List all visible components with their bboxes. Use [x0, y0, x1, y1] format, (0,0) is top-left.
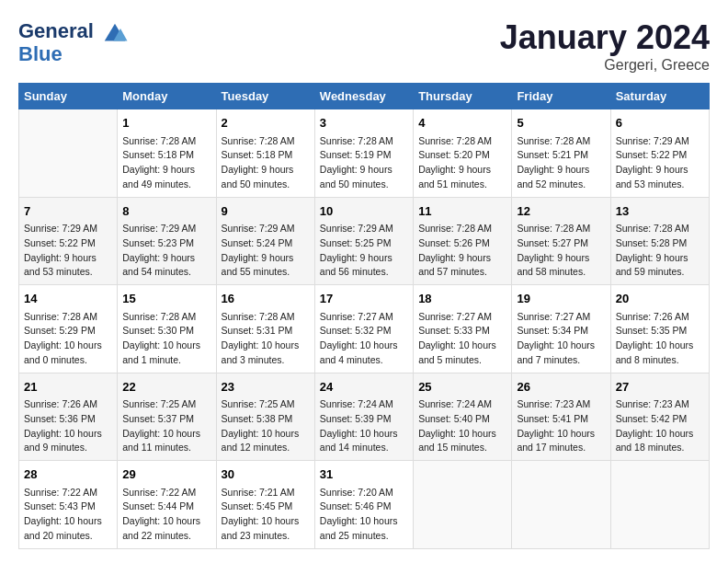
calendar-cell: 16Sunrise: 7:28 AM Sunset: 5:31 PM Dayli…: [216, 285, 314, 373]
calendar-cell: 31Sunrise: 7:20 AM Sunset: 5:46 PM Dayli…: [314, 461, 413, 549]
day-content: Sunrise: 7:22 AM Sunset: 5:43 PM Dayligh…: [24, 486, 112, 544]
day-content: Sunrise: 7:29 AM Sunset: 5:23 PM Dayligh…: [122, 222, 210, 280]
day-number: 8: [122, 202, 210, 221]
day-number: 1: [122, 114, 210, 132]
day-content: Sunrise: 7:29 AM Sunset: 5:25 PM Dayligh…: [320, 222, 408, 280]
day-number: 13: [616, 202, 704, 221]
calendar-cell: 14Sunrise: 7:28 AM Sunset: 5:29 PM Dayli…: [19, 285, 118, 373]
calendar-cell: 30Sunrise: 7:21 AM Sunset: 5:45 PM Dayli…: [216, 461, 314, 549]
header-row: SundayMondayTuesdayWednesdayThursdayFrid…: [19, 84, 710, 109]
calendar-cell: 17Sunrise: 7:27 AM Sunset: 5:32 PM Dayli…: [314, 285, 413, 373]
day-number: 23: [222, 378, 310, 396]
calendar-table: SundayMondayTuesdayWednesdayThursdayFrid…: [18, 83, 710, 549]
day-number: 5: [517, 114, 605, 132]
col-header-thursday: Thursday: [414, 84, 512, 109]
calendar-cell: 23Sunrise: 7:25 AM Sunset: 5:38 PM Dayli…: [216, 373, 314, 461]
day-content: Sunrise: 7:20 AM Sunset: 5:46 PM Dayligh…: [320, 486, 408, 544]
calendar-cell: [610, 461, 709, 549]
calendar-cell: 12Sunrise: 7:28 AM Sunset: 5:27 PM Dayli…: [512, 197, 610, 285]
day-number: 25: [418, 378, 506, 396]
calendar-cell: [19, 109, 118, 198]
day-content: Sunrise: 7:27 AM Sunset: 5:32 PM Dayligh…: [320, 310, 408, 368]
calendar-cell: 8Sunrise: 7:29 AM Sunset: 5:23 PM Daylig…: [118, 197, 216, 285]
day-content: Sunrise: 7:28 AM Sunset: 5:20 PM Dayligh…: [418, 134, 506, 192]
calendar-cell: 24Sunrise: 7:24 AM Sunset: 5:39 PM Dayli…: [314, 373, 413, 461]
day-content: Sunrise: 7:21 AM Sunset: 5:45 PM Dayligh…: [222, 486, 310, 544]
day-number: 29: [122, 465, 210, 484]
calendar-cell: 6Sunrise: 7:29 AM Sunset: 5:22 PM Daylig…: [610, 109, 709, 198]
col-header-sunday: Sunday: [19, 84, 118, 109]
day-content: Sunrise: 7:24 AM Sunset: 5:40 PM Dayligh…: [418, 397, 506, 455]
day-number: 17: [320, 290, 408, 308]
calendar-cell: 7Sunrise: 7:29 AM Sunset: 5:22 PM Daylig…: [19, 197, 118, 285]
calendar-cell: 19Sunrise: 7:27 AM Sunset: 5:34 PM Dayli…: [512, 285, 610, 373]
calendar-cell: 29Sunrise: 7:22 AM Sunset: 5:44 PM Dayli…: [118, 461, 216, 549]
calendar-header: SundayMondayTuesdayWednesdayThursdayFrid…: [19, 84, 710, 109]
week-row-2: 7Sunrise: 7:29 AM Sunset: 5:22 PM Daylig…: [19, 197, 710, 285]
day-number: 30: [222, 465, 310, 484]
day-number: 18: [418, 290, 506, 308]
calendar-cell: 2Sunrise: 7:28 AM Sunset: 5:18 PM Daylig…: [216, 109, 314, 198]
calendar-cell: 11Sunrise: 7:28 AM Sunset: 5:26 PM Dayli…: [414, 197, 512, 285]
day-content: Sunrise: 7:23 AM Sunset: 5:41 PM Dayligh…: [517, 397, 605, 455]
calendar-cell: 4Sunrise: 7:28 AM Sunset: 5:20 PM Daylig…: [414, 109, 512, 198]
day-number: 14: [24, 290, 112, 308]
day-number: 7: [24, 202, 112, 221]
day-content: Sunrise: 7:28 AM Sunset: 5:19 PM Dayligh…: [320, 134, 408, 192]
day-content: Sunrise: 7:23 AM Sunset: 5:42 PM Dayligh…: [616, 397, 704, 455]
main-title: January 2024: [500, 18, 710, 57]
calendar-body: 1Sunrise: 7:28 AM Sunset: 5:18 PM Daylig…: [19, 109, 710, 549]
day-content: Sunrise: 7:27 AM Sunset: 5:33 PM Dayligh…: [418, 310, 506, 368]
day-number: 11: [418, 202, 506, 221]
day-number: 2: [222, 114, 310, 132]
calendar-cell: [414, 461, 512, 549]
day-content: Sunrise: 7:26 AM Sunset: 5:35 PM Dayligh…: [616, 310, 704, 368]
day-number: 19: [517, 290, 605, 308]
day-number: 9: [222, 202, 310, 221]
day-number: 20: [616, 290, 704, 308]
day-number: 16: [222, 290, 310, 308]
col-header-wednesday: Wednesday: [314, 84, 413, 109]
day-content: Sunrise: 7:25 AM Sunset: 5:38 PM Dayligh…: [222, 397, 310, 455]
calendar-cell: 10Sunrise: 7:29 AM Sunset: 5:25 PM Dayli…: [314, 197, 413, 285]
calendar-cell: 1Sunrise: 7:28 AM Sunset: 5:18 PM Daylig…: [118, 109, 216, 198]
calendar-cell: [512, 461, 610, 549]
day-content: Sunrise: 7:27 AM Sunset: 5:34 PM Dayligh…: [517, 310, 605, 368]
subtitle: Gergeri, Greece: [500, 57, 710, 74]
day-number: 22: [122, 378, 210, 396]
calendar-cell: 22Sunrise: 7:25 AM Sunset: 5:37 PM Dayli…: [118, 373, 216, 461]
day-content: Sunrise: 7:28 AM Sunset: 5:30 PM Dayligh…: [122, 310, 210, 368]
day-number: 31: [320, 465, 408, 484]
day-number: 15: [122, 290, 210, 308]
week-row-5: 28Sunrise: 7:22 AM Sunset: 5:43 PM Dayli…: [19, 461, 710, 549]
logo-icon: [101, 18, 129, 46]
day-content: Sunrise: 7:28 AM Sunset: 5:31 PM Dayligh…: [222, 310, 310, 368]
week-row-1: 1Sunrise: 7:28 AM Sunset: 5:18 PM Daylig…: [19, 109, 710, 198]
day-content: Sunrise: 7:28 AM Sunset: 5:18 PM Dayligh…: [122, 134, 210, 192]
col-header-saturday: Saturday: [610, 84, 709, 109]
day-content: Sunrise: 7:24 AM Sunset: 5:39 PM Dayligh…: [320, 397, 408, 455]
calendar-cell: 13Sunrise: 7:28 AM Sunset: 5:28 PM Dayli…: [610, 197, 709, 285]
calendar-cell: 20Sunrise: 7:26 AM Sunset: 5:35 PM Dayli…: [610, 285, 709, 373]
week-row-4: 21Sunrise: 7:26 AM Sunset: 5:36 PM Dayli…: [19, 373, 710, 461]
calendar-cell: 3Sunrise: 7:28 AM Sunset: 5:19 PM Daylig…: [314, 109, 413, 198]
day-content: Sunrise: 7:29 AM Sunset: 5:22 PM Dayligh…: [616, 134, 704, 192]
calendar-cell: 26Sunrise: 7:23 AM Sunset: 5:41 PM Dayli…: [512, 373, 610, 461]
week-row-3: 14Sunrise: 7:28 AM Sunset: 5:29 PM Dayli…: [19, 285, 710, 373]
col-header-tuesday: Tuesday: [216, 84, 314, 109]
day-number: 28: [24, 465, 112, 484]
day-number: 6: [616, 114, 704, 132]
day-content: Sunrise: 7:28 AM Sunset: 5:27 PM Dayligh…: [517, 222, 605, 280]
day-number: 21: [24, 378, 112, 396]
calendar-cell: 21Sunrise: 7:26 AM Sunset: 5:36 PM Dayli…: [19, 373, 118, 461]
day-number: 24: [320, 378, 408, 396]
calendar-cell: 9Sunrise: 7:29 AM Sunset: 5:24 PM Daylig…: [216, 197, 314, 285]
day-number: 4: [418, 114, 506, 132]
day-content: Sunrise: 7:28 AM Sunset: 5:28 PM Dayligh…: [616, 222, 704, 280]
day-content: Sunrise: 7:28 AM Sunset: 5:29 PM Dayligh…: [24, 310, 112, 368]
calendar-cell: 5Sunrise: 7:28 AM Sunset: 5:21 PM Daylig…: [512, 109, 610, 198]
calendar-cell: 28Sunrise: 7:22 AM Sunset: 5:43 PM Dayli…: [19, 461, 118, 549]
day-number: 3: [320, 114, 408, 132]
day-content: Sunrise: 7:29 AM Sunset: 5:22 PM Dayligh…: [24, 222, 112, 280]
day-content: Sunrise: 7:25 AM Sunset: 5:37 PM Dayligh…: [122, 397, 210, 455]
